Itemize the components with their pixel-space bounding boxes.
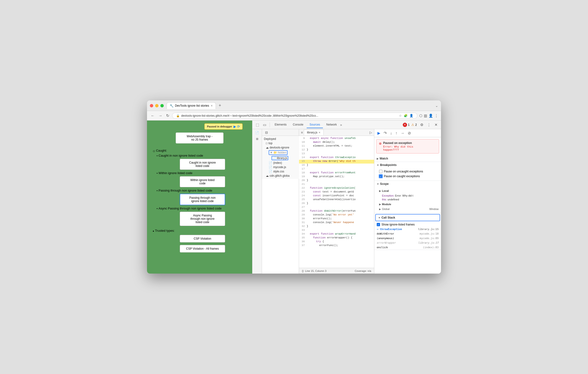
url-bar[interactable]: 🔒 devtools-ignore-list-stories.glitch.me… — [172, 113, 417, 119]
step-into-button[interactable]: ↓ — [389, 130, 393, 136]
lock-icon: 🔒 — [176, 114, 180, 118]
line-num-22: 22 — [299, 187, 307, 190]
tab-elements[interactable]: Elements — [272, 121, 289, 128]
settings-icon[interactable]: ⚙ — [419, 122, 425, 128]
ft-hidden-folder[interactable]: ▼ 📁 hidden — [262, 150, 302, 155]
sidebar-icon[interactable]: ▥ — [424, 114, 427, 118]
source-tab-nav-left[interactable]: ≡ — [300, 130, 304, 135]
deactivate-breakpoints-button[interactable]: ⊘ — [407, 130, 412, 136]
back-button[interactable]: ← — [150, 113, 156, 118]
ft-deployed[interactable]: Deployed — [262, 137, 302, 141]
resume-button[interactable]: ▶ — [233, 125, 236, 128]
dash-icon-4: ▪ — [157, 207, 158, 210]
ft-mycode[interactable]: 📄 mycode.js — [262, 165, 302, 169]
ft-devtools-ignore[interactable]: ☁ devtools-ignore — [262, 145, 302, 150]
scope-local-header[interactable]: ▶ Local — [379, 188, 439, 194]
ft-top[interactable]: □ top — [262, 141, 302, 145]
scope-global-label: Global — [382, 208, 390, 210]
browser-tab[interactable]: 🔧 DevTools ignore list stories ✕ — [167, 102, 216, 109]
chevron-down-icon[interactable]: ⌄ — [435, 104, 438, 108]
cs-frame-onclick[interactable]: onclick (index):83 — [374, 245, 441, 250]
code-line-21: 21 — [299, 183, 374, 187]
inspect-icon[interactable]: ⬚ — [254, 122, 261, 128]
step-button[interactable]: → — [399, 130, 406, 136]
code-line-31: 31 console.log('Never happene — [299, 221, 374, 225]
pause-uncaught-checkbox[interactable] — [379, 170, 382, 173]
ft-style-css[interactable]: 📄 style.css — [262, 169, 302, 174]
source-tab-nav-right[interactable]: ▷ — [368, 130, 373, 135]
close-devtools-button[interactable]: ✕ — [433, 122, 439, 128]
step-over-button[interactable]: ⟳ — [237, 125, 240, 128]
new-tab-button[interactable]: + — [217, 102, 223, 109]
webassembly-text: WebAssembly trap - no JS frames — [187, 135, 212, 141]
page-icon[interactable]: 📄 — [254, 130, 260, 135]
pause-caught-label: Pause on caught exceptions — [384, 175, 420, 178]
resume-execution-button[interactable]: ▶ — [376, 130, 381, 136]
device-toolbar-icon[interactable]: ▭ — [262, 122, 268, 128]
cs-frame-throw-exception[interactable]: ⇒ throwException library.js:15 — [374, 227, 441, 232]
filesystem-icon[interactable]: ⊞ — [254, 136, 260, 142]
source-tab-library-js[interactable]: library.js ✕ — [304, 130, 324, 135]
screenshare-icon[interactable]: ⬡ — [419, 114, 422, 118]
minimize-button[interactable] — [155, 104, 158, 107]
forward-button[interactable]: → — [158, 113, 163, 118]
ft-cdn-glitch[interactable]: ☁ cdn.glitch.globa — [262, 174, 302, 178]
extensions-icon[interactable]: 🧩 — [404, 114, 408, 118]
ft-library-js[interactable]: 📄 library.js — [262, 155, 302, 161]
menu-button[interactable]: ⋮ — [435, 114, 438, 118]
breakpoints-arrow-icon: ▼ — [377, 164, 379, 166]
caught-non-ignore-label: Caught in non ignore listed code — [158, 154, 203, 157]
maximize-button[interactable] — [160, 104, 164, 107]
tab-network[interactable]: Network — [323, 121, 340, 128]
file-icon-4: 📄 — [269, 170, 272, 173]
scope-global-val: Window — [429, 208, 439, 210]
line-num-29: 29 — [299, 213, 307, 217]
tab-console[interactable]: Console — [290, 121, 306, 128]
more-tabs-icon[interactable]: » — [340, 123, 342, 127]
watch-header[interactable]: ▶ Watch — [374, 155, 441, 162]
ft-index[interactable]: 📄 (index) — [262, 161, 302, 165]
call-stack-header[interactable]: ▼ Call Stack — [375, 214, 440, 221]
source-tab-close-icon[interactable]: ✕ — [318, 131, 321, 134]
tab-icon: 🔧 — [170, 104, 174, 108]
title-bar: 🔧 DevTools ignore list stories ✕ + ⌄ — [147, 100, 441, 111]
tab-close-icon[interactable]: ✕ — [210, 104, 213, 107]
tab-sources[interactable]: Sources — [307, 121, 323, 128]
cs-frame-error-wrapper[interactable]: errorWrapper library.js:37 — [374, 241, 441, 245]
hidden-label: hidden — [278, 151, 286, 154]
scope-module-header[interactable]: ▶ Module — [379, 201, 439, 207]
cs-loc-2: mycode.js:18 — [420, 232, 439, 235]
cs-loc-3: mycode.js:89 — [420, 237, 439, 240]
profile-icon[interactable]: 👤 — [429, 114, 433, 118]
trusted-types-label: Trusted types: — [155, 229, 175, 232]
breakpoints-header[interactable]: ▼ Breakpoints — [374, 162, 441, 168]
customize-icon[interactable]: ⋮ — [426, 122, 432, 128]
show-ignored-checkbox[interactable]: ✓ — [377, 223, 380, 226]
async-passing-button[interactable]: Async Passingthrough non ignorelisted co… — [180, 212, 225, 226]
cs-frame-do-with-error[interactable]: doWithError mycode.js:18 — [374, 232, 441, 236]
pause-caught-checkbox[interactable]: ✓ — [379, 175, 382, 178]
account-icon[interactable]: 👤 — [410, 114, 413, 118]
caught-section: ○ Caught: ▪ Caught in non ignore listed … — [151, 149, 248, 254]
scope-global-header[interactable]: ▶ Global — [379, 208, 390, 210]
csp-violation-button[interactable]: CSP Violation — [180, 235, 225, 243]
passing-through-button[interactable]: Passing through nonignore listed code — [180, 194, 225, 205]
status-left: {} Line 15, Column 3 — [302, 269, 326, 272]
within-ignore-button[interactable]: Within ignore listedcode — [180, 176, 225, 187]
caught-non-ignore-button[interactable]: Caught in non ignorelisted code — [180, 159, 225, 170]
csp-violation-all-button[interactable]: CSP Violation - All frames — [180, 245, 225, 253]
reload-button[interactable]: ↻ — [165, 113, 170, 118]
cs-frame-anonymous[interactable]: (anonymous) mycode.js:89 — [374, 236, 441, 241]
close-button[interactable] — [150, 104, 153, 107]
line-num-15: 15 — [299, 160, 307, 164]
format-icon[interactable]: {} — [302, 269, 304, 272]
step-out-button[interactable]: ↑ — [394, 130, 399, 136]
line-content-29: console.log('No error yet' — [307, 213, 354, 217]
exception-val: Error: Why did t — [395, 194, 413, 197]
collapse-all-icon[interactable]: ⊟ — [264, 130, 269, 135]
bookmark-icon[interactable]: ☆ — [399, 114, 402, 118]
style-css-label: style.css — [273, 170, 284, 173]
step-over-exec-button[interactable]: ↷ — [382, 130, 388, 136]
scope-header[interactable]: ▼ Scope — [374, 181, 441, 187]
code-line-15: 15 throw new Error('Why did th — [299, 160, 374, 164]
